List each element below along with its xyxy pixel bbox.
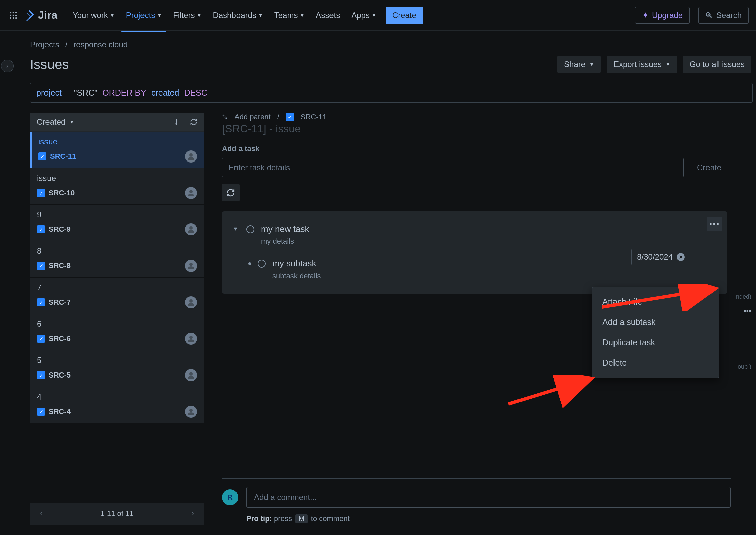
issue-detail-pane: ✎ Add parent / ✓ SRC-11 [SRC-11] - issue… [217,113,753,525]
assignee-avatar[interactable] [185,260,197,272]
prev-page-button[interactable]: ‹ [37,507,46,520]
task-type-icon: ✓ [37,225,45,233]
add-parent-link[interactable]: Add parent [234,113,271,121]
assignee-avatar[interactable] [185,406,197,418]
sort-dropdown[interactable]: Created ▼ [37,117,74,127]
issue-row[interactable]: 9✓SRC-9 [30,205,204,241]
assignee-avatar[interactable] [185,223,197,235]
nav-filters[interactable]: Filters▼ [168,7,206,23]
export-button[interactable]: Export issues▼ [607,56,677,73]
collapse-icon[interactable]: ▼ [231,226,240,232]
subtask-status-circle[interactable] [258,260,266,268]
refresh-tasks-button[interactable] [222,184,240,201]
svg-point-6 [10,17,12,19]
app-switcher-icon[interactable] [7,9,19,21]
create-task-button[interactable]: Create [690,158,729,177]
task-type-icon: ✓ [38,152,46,160]
side-fragment-dots[interactable]: ••• [744,307,751,315]
user-avatar[interactable]: R [222,489,238,505]
search-placeholder: Search [716,11,742,20]
create-button[interactable]: Create [386,7,423,24]
share-button[interactable]: Share▼ [557,56,601,73]
issue-summary: 7 [37,283,197,292]
svg-point-13 [189,299,193,303]
nav-assets[interactable]: Assets [311,7,345,23]
task-date-picker[interactable]: 8/30/2024 ✕ [631,249,690,265]
issue-key: SRC-11 [50,152,76,161]
issue-row[interactable]: 5✓SRC-5 [30,350,204,387]
main-content: Projects / response cloud Issues Share▼ … [9,31,756,535]
issue-key: SRC-9 [49,225,71,234]
refresh-icon[interactable] [190,118,197,126]
svg-point-7 [13,17,14,19]
detail-title-ghost: [SRC-11] - issue [217,123,753,135]
context-menu-item[interactable]: Attach File [592,292,719,312]
nav-apps[interactable]: Apps▼ [347,7,381,23]
search-input[interactable]: 🔍︎ Search [698,7,749,24]
breadcrumb-projects[interactable]: Projects [30,40,59,49]
svg-point-12 [189,263,193,266]
assignee-avatar[interactable] [185,187,197,199]
expand-sidebar-button[interactable]: › [1,60,14,72]
task-row[interactable]: ▼ my new task my details [231,218,718,252]
nav-your-work[interactable]: Your work▼ [68,7,119,23]
context-menu-item[interactable]: Add a subtask [592,312,719,332]
issue-summary: 9 [37,210,197,219]
issue-row[interactable]: issue✓SRC-10 [30,168,204,205]
nav-dashboards[interactable]: Dashboards▼ [208,7,267,23]
next-page-button[interactable]: › [188,507,197,520]
task-more-button[interactable]: ••• [707,217,722,231]
issue-list-header: Created ▼ [30,113,204,131]
pro-tip: Pro tip: press M to comment [222,514,731,523]
svg-point-0 [10,12,12,13]
page-title: Issues [30,57,69,72]
svg-point-5 [15,14,17,16]
chevron-down-icon: ▼ [157,13,162,18]
assignee-avatar[interactable] [185,150,197,163]
breadcrumb-separator: / [277,113,279,121]
issue-row[interactable]: 7✓SRC-7 [30,278,204,314]
issue-row[interactable]: 8✓SRC-8 [30,241,204,278]
divider [222,478,731,479]
sort-direction-icon[interactable] [174,118,182,126]
task-type-icon: ✓ [37,371,45,379]
svg-point-9 [189,153,193,157]
clear-date-icon[interactable]: ✕ [677,253,685,261]
kbd-key: M [295,514,308,523]
assignee-avatar[interactable] [185,369,197,381]
chevron-down-icon: ▼ [258,13,263,18]
detail-issue-key[interactable]: SRC-11 [301,113,327,121]
nav-teams[interactable]: Teams▼ [270,7,309,23]
context-menu-item[interactable]: Delete [592,353,719,373]
context-menu-item[interactable]: Duplicate task [592,332,719,353]
issue-key: SRC-4 [49,407,71,416]
task-status-circle[interactable] [246,225,254,233]
svg-point-11 [189,226,193,230]
upgrade-label: Upgrade [652,11,683,20]
more-icon: ••• [709,220,720,228]
issue-row[interactable]: issue✓SRC-11 [30,132,204,168]
goto-all-issues-button[interactable]: Go to all issues [683,56,751,73]
task-type-icon: ✓ [37,189,45,197]
pager-text: 1-11 of 11 [100,509,133,518]
issue-row[interactable]: 4✓SRC-4 [30,387,204,423]
upgrade-button[interactable]: ✦ Upgrade [635,7,690,24]
add-task-input[interactable] [222,158,684,177]
assignee-avatar[interactable] [185,333,197,345]
jira-logo[interactable]: Jira [23,9,57,21]
page-header: Issues Share▼ Export issues▼ Go to all i… [30,56,753,73]
assignee-avatar[interactable] [185,296,197,308]
side-fragment-a: nded) [736,293,751,300]
nav-projects[interactable]: Projects▼ [121,7,167,23]
search-icon: 🔍︎ [705,11,713,20]
issue-list[interactable]: issue✓SRC-11issue✓SRC-109✓SRC-98✓SRC-87✓… [30,131,204,502]
svg-point-14 [189,336,193,339]
svg-point-4 [13,14,14,16]
issue-row[interactable]: 6✓SRC-6 [30,314,204,350]
chevron-right-icon: › [6,63,8,70]
jql-query-box[interactable]: project = "SRC" ORDER BY created DESC [30,83,753,103]
breadcrumb-project-name[interactable]: response cloud [73,40,128,49]
comment-input[interactable] [246,487,731,508]
edit-icon[interactable]: ✎ [222,113,228,121]
issue-key: SRC-5 [49,371,71,380]
